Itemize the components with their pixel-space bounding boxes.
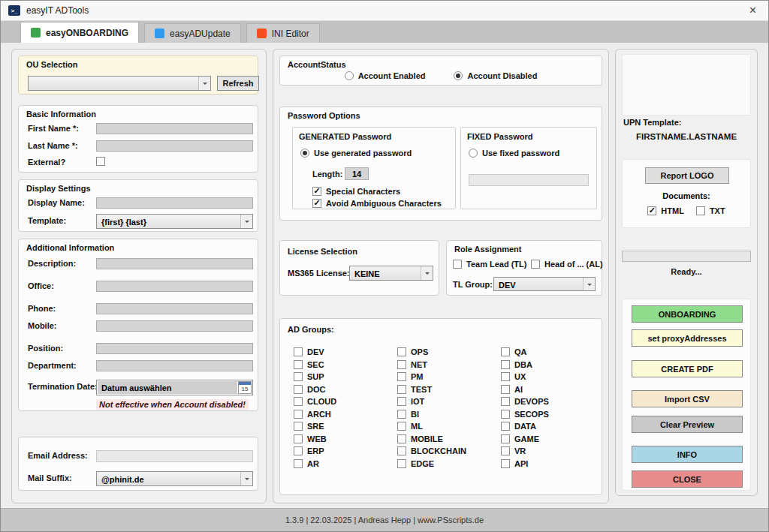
checkbox-icon[interactable] xyxy=(453,260,462,269)
report-logo-button[interactable]: Report LOGO xyxy=(645,167,729,184)
email-address-field[interactable] xyxy=(96,450,253,462)
ad-group-checkbox-dba[interactable]: DBA xyxy=(501,359,549,371)
head-of-checkbox[interactable]: Head of ... (AL) xyxy=(531,260,603,269)
checkbox-icon[interactable] xyxy=(397,446,406,455)
ad-group-checkbox-vr[interactable]: VR xyxy=(501,445,549,458)
ad-group-checkbox-test[interactable]: TEST xyxy=(397,383,501,396)
checkbox-icon[interactable] xyxy=(531,260,540,269)
checkbox-icon[interactable] xyxy=(501,434,510,443)
txt-checkbox[interactable]: TXT xyxy=(696,206,725,215)
checkbox-icon[interactable] xyxy=(294,397,303,406)
checkbox-icon[interactable] xyxy=(312,199,321,208)
checkbox-icon[interactable] xyxy=(696,206,705,215)
checkbox-icon[interactable] xyxy=(294,360,303,369)
department-field[interactable] xyxy=(96,360,253,371)
ad-group-checkbox-sup[interactable]: SUP xyxy=(294,371,397,383)
mobile-field[interactable] xyxy=(96,320,253,332)
use-generated-password-radio[interactable]: Use generated password xyxy=(300,149,412,158)
checkbox-icon[interactable] xyxy=(501,360,510,369)
radio-icon[interactable] xyxy=(300,149,309,158)
ad-group-checkbox-secops[interactable]: SECOPS xyxy=(501,408,549,421)
checkbox-icon[interactable] xyxy=(397,434,406,443)
close-icon[interactable]: × xyxy=(745,5,761,17)
length-field[interactable]: 14 xyxy=(345,167,369,180)
radio-icon[interactable] xyxy=(469,149,478,158)
checkbox-icon[interactable] xyxy=(501,422,510,431)
account-disabled-radio[interactable]: Account Disabled xyxy=(454,71,537,80)
ad-group-checkbox-ar[interactable]: AR xyxy=(294,458,397,470)
description-field[interactable] xyxy=(96,258,253,269)
create-pdf-button[interactable]: CREATE PDF xyxy=(632,360,743,377)
checkbox-icon[interactable] xyxy=(294,410,303,419)
checkbox-icon[interactable] xyxy=(501,397,510,406)
checkbox-icon[interactable] xyxy=(501,347,510,356)
checkbox-icon[interactable] xyxy=(397,410,406,419)
ad-group-checkbox-blockchain[interactable]: BLOCKCHAIN xyxy=(397,445,501,458)
ad-group-checkbox-mobile[interactable]: MOBILE xyxy=(397,433,501,446)
ad-group-checkbox-ops[interactable]: OPS xyxy=(397,346,501,359)
chevron-down-icon[interactable] xyxy=(198,77,210,90)
checkbox-icon[interactable] xyxy=(501,459,510,468)
external-checkbox[interactable] xyxy=(96,157,105,166)
checkbox-icon[interactable] xyxy=(501,385,510,394)
team-lead-checkbox[interactable]: Team Lead (TL) xyxy=(453,260,526,269)
ad-group-checkbox-net[interactable]: NET xyxy=(397,359,501,371)
set-proxyaddresses-button[interactable]: set proxyAddresses xyxy=(632,329,743,347)
checkbox-icon[interactable] xyxy=(501,372,510,381)
ad-group-checkbox-ml[interactable]: ML xyxy=(397,420,501,433)
checkbox-icon[interactable] xyxy=(501,410,510,419)
info-button[interactable]: INFO xyxy=(632,446,743,463)
calendar-icon[interactable]: 15 xyxy=(238,381,252,394)
checkbox-icon[interactable] xyxy=(294,459,303,468)
account-enabled-radio[interactable]: Account Enabled xyxy=(345,71,426,80)
checkbox-icon[interactable] xyxy=(294,347,303,356)
ad-group-checkbox-data[interactable]: DATA xyxy=(501,420,549,433)
chevron-down-icon[interactable] xyxy=(583,278,595,290)
tab-ini-editor[interactable]: INI Editor xyxy=(246,23,320,43)
checkbox-icon[interactable] xyxy=(397,372,406,381)
position-field[interactable] xyxy=(96,343,253,354)
checkbox-icon[interactable] xyxy=(501,446,510,455)
checkbox-icon[interactable] xyxy=(397,347,406,356)
checkbox-icon[interactable] xyxy=(294,422,303,431)
ad-group-checkbox-arch[interactable]: ARCH xyxy=(294,408,397,421)
onboarding-button[interactable]: ONBOARDING xyxy=(632,305,743,323)
mail-suffix-dropdown[interactable]: @phinit.de xyxy=(96,471,253,486)
checkbox-icon[interactable] xyxy=(397,397,406,406)
ad-group-checkbox-iot[interactable]: IOT xyxy=(397,395,501,408)
checkbox-icon[interactable] xyxy=(397,422,406,431)
ad-group-checkbox-pm[interactable]: PM xyxy=(397,371,501,383)
tl-group-dropdown[interactable]: DEV xyxy=(493,277,596,291)
checkbox-icon[interactable] xyxy=(397,459,406,468)
special-characters-checkbox[interactable]: Special Characters xyxy=(312,187,400,196)
ad-group-checkbox-game[interactable]: GAME xyxy=(501,433,549,446)
close-button[interactable]: CLOSE xyxy=(632,470,743,488)
radio-icon[interactable] xyxy=(345,71,354,80)
avoid-ambiguous-checkbox[interactable]: Avoid Ambiguous Characters xyxy=(312,199,442,208)
phone-field[interactable] xyxy=(96,303,253,314)
ad-group-checkbox-ai[interactable]: AI xyxy=(501,383,549,396)
chevron-down-icon[interactable] xyxy=(240,472,252,485)
checkbox-icon[interactable] xyxy=(294,446,303,455)
ad-group-checkbox-sec[interactable]: SEC xyxy=(294,359,397,371)
ad-group-checkbox-doc[interactable]: DOC xyxy=(294,383,397,396)
ad-group-checkbox-erp[interactable]: ERP xyxy=(294,445,397,458)
checkbox-icon[interactable] xyxy=(294,385,303,394)
checkbox-icon[interactable] xyxy=(397,385,406,394)
ad-group-checkbox-api[interactable]: API xyxy=(501,458,549,470)
tab-easyadupdate[interactable]: easyADUpdate xyxy=(144,23,241,43)
radio-icon[interactable] xyxy=(454,71,463,80)
chevron-down-icon[interactable] xyxy=(421,266,433,280)
tab-easyonboarding[interactable]: easyONBOARDING xyxy=(20,22,139,43)
ad-group-checkbox-web[interactable]: WEB xyxy=(294,433,397,446)
termination-date-picker[interactable]: Datum auswählen 15 xyxy=(96,380,253,395)
checkbox-icon[interactable] xyxy=(294,434,303,443)
chevron-down-icon[interactable] xyxy=(240,215,252,228)
html-checkbox[interactable]: HTML xyxy=(647,206,684,215)
ad-group-checkbox-qa[interactable]: QA xyxy=(501,346,549,359)
fixed-password-field[interactable] xyxy=(469,174,589,186)
ad-group-checkbox-dev[interactable]: DEV xyxy=(294,346,397,359)
ad-group-checkbox-bi[interactable]: BI xyxy=(397,408,501,421)
ad-group-checkbox-ux[interactable]: UX xyxy=(501,371,549,383)
ad-group-checkbox-sre[interactable]: SRE xyxy=(294,420,397,433)
